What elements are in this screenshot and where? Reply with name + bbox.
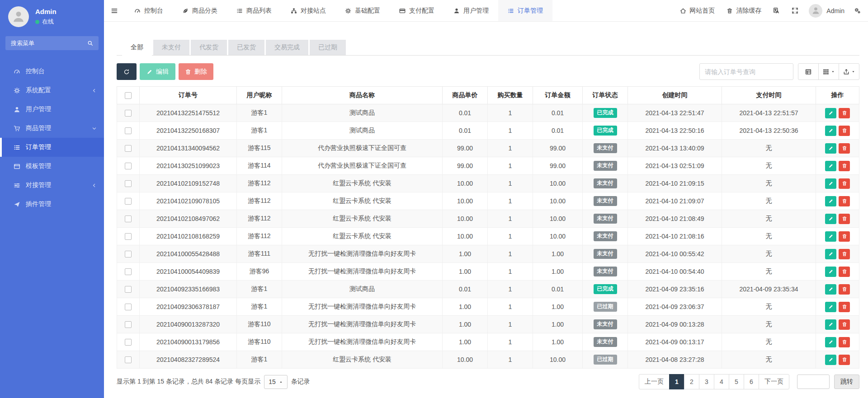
search-icon — [87, 40, 93, 46]
row-delete-button[interactable] — [839, 302, 850, 312]
row-checkbox[interactable] — [125, 304, 132, 310]
sidebar-item-商品管理[interactable]: 商品管理 — [0, 119, 104, 138]
sidebar-toggle-button[interactable] — [104, 0, 125, 21]
row-checkbox[interactable] — [125, 198, 132, 205]
sidebar-item-对接管理[interactable]: 对接管理 — [0, 176, 104, 195]
page-prev[interactable]: 上一页 — [639, 374, 670, 389]
row-checkbox[interactable] — [125, 180, 132, 187]
row-delete-button[interactable] — [839, 355, 850, 365]
row-checkbox[interactable] — [125, 356, 132, 363]
row-checkbox[interactable] — [125, 163, 132, 169]
row-edit-button[interactable] — [825, 337, 836, 347]
tab-已发货[interactable]: 已发货 — [228, 40, 264, 55]
tab-交易完成[interactable]: 交易完成 — [266, 40, 308, 55]
settings-button[interactable] — [848, 7, 867, 14]
row-edit-button[interactable] — [825, 319, 836, 330]
site-home-link[interactable]: 网站首页 — [674, 0, 721, 21]
sidebar-search-input[interactable]: 搜索菜单 — [5, 36, 99, 50]
sidebar-item-插件管理[interactable]: 插件管理 — [0, 195, 104, 214]
fullscreen-button[interactable] — [786, 7, 804, 14]
top-nav-item-用户管理[interactable]: 用户管理 — [444, 0, 498, 21]
page-1[interactable]: 1 — [669, 374, 684, 389]
row-delete-button[interactable] — [839, 319, 850, 330]
sidebar-item-订单管理[interactable]: 订单管理 — [0, 138, 104, 157]
row-checkbox[interactable] — [125, 110, 132, 117]
row-delete-button[interactable] — [839, 143, 850, 154]
row-delete-button[interactable] — [839, 284, 850, 295]
sidebar-item-模板管理[interactable]: 模板管理 — [0, 157, 104, 176]
page-size-select[interactable]: 15 — [264, 375, 288, 389]
top-nav-item-对接站点[interactable]: 对接站点 — [281, 0, 335, 21]
tab-已过期[interactable]: 已过期 — [310, 40, 346, 55]
page-5[interactable]: 5 — [729, 374, 744, 389]
refresh-button[interactable] — [117, 63, 137, 80]
export-button[interactable] — [839, 63, 859, 80]
page-next[interactable]: 下一页 — [759, 374, 789, 389]
sidebar-item-label: 模板管理 — [26, 162, 51, 170]
row-delete-button[interactable] — [839, 178, 850, 189]
topnav-avatar[interactable] — [809, 4, 822, 18]
row-edit-button[interactable] — [825, 196, 836, 206]
detail-view-button[interactable] — [798, 63, 819, 80]
top-nav-item-支付配置[interactable]: 支付配置 — [390, 0, 444, 21]
page-2[interactable]: 2 — [684, 374, 699, 389]
columns-button[interactable] — [818, 63, 839, 80]
top-nav-item-控制台[interactable]: 控制台 — [125, 0, 173, 21]
row-checkbox[interactable] — [125, 127, 132, 134]
delete-button[interactable]: 删除 — [179, 63, 213, 80]
order-search-input[interactable] — [699, 63, 793, 80]
row-edit-button[interactable] — [825, 161, 836, 171]
cell-unit-price: 1.00 — [443, 316, 488, 333]
row-edit-button[interactable] — [825, 231, 836, 242]
top-nav-item-订单管理[interactable]: 订单管理 — [498, 0, 552, 21]
row-edit-button[interactable] — [825, 108, 836, 118]
row-delete-button[interactable] — [839, 161, 850, 171]
row-edit-button[interactable] — [825, 126, 836, 136]
clear-cache-link[interactable]: 清除缓存 — [721, 0, 767, 21]
row-checkbox[interactable] — [125, 268, 132, 275]
row-edit-button[interactable] — [825, 249, 836, 259]
row-edit-button[interactable] — [825, 178, 836, 189]
edit-button[interactable]: 编辑 — [140, 63, 175, 80]
top-nav-item-商品列表[interactable]: 商品列表 — [227, 0, 281, 21]
row-delete-button[interactable] — [839, 337, 850, 347]
sidebar-item-系统配置[interactable]: 系统配置 — [0, 81, 104, 100]
language-button[interactable] — [767, 7, 786, 14]
row-checkbox[interactable] — [125, 286, 132, 293]
select-all-checkbox[interactable] — [125, 92, 132, 99]
page-4[interactable]: 4 — [714, 374, 729, 389]
row-edit-button[interactable] — [825, 284, 836, 295]
row-delete-button[interactable] — [839, 214, 850, 224]
row-edit-button[interactable] — [825, 302, 836, 312]
row-checkbox[interactable] — [125, 251, 132, 258]
row-delete-button[interactable] — [839, 196, 850, 206]
row-checkbox[interactable] — [125, 339, 132, 346]
tab-未支付[interactable]: 未支付 — [153, 40, 189, 55]
row-delete-button[interactable] — [839, 267, 850, 277]
row-checkbox[interactable] — [125, 215, 132, 222]
jump-button[interactable]: 跳转 — [834, 375, 859, 389]
top-nav-item-商品分类[interactable]: 商品分类 — [173, 0, 227, 21]
tab-代发货[interactable]: 代发货 — [191, 40, 227, 55]
jump-page-input[interactable] — [797, 375, 830, 389]
row-edit-button[interactable] — [825, 355, 836, 365]
topnav-username[interactable]: Admin — [826, 7, 844, 14]
sidebar-item-控制台[interactable]: 控制台 — [0, 62, 104, 81]
top-nav-item-基础配置[interactable]: 基础配置 — [335, 0, 390, 21]
row-delete-button[interactable] — [839, 231, 850, 242]
user-avatar[interactable] — [8, 6, 29, 27]
tab-全部[interactable]: 全部 — [122, 40, 152, 56]
sidebar-item-用户管理[interactable]: 用户管理 — [0, 100, 104, 119]
row-edit-button[interactable] — [825, 267, 836, 277]
row-edit-button[interactable] — [825, 143, 836, 154]
row-checkbox[interactable] — [125, 145, 132, 152]
row-delete-button[interactable] — [839, 249, 850, 259]
trash-icon — [842, 251, 847, 257]
row-delete-button[interactable] — [839, 126, 850, 136]
row-delete-button[interactable] — [839, 108, 850, 118]
page-6[interactable]: 6 — [744, 374, 759, 389]
page-3[interactable]: 3 — [699, 374, 714, 389]
row-edit-button[interactable] — [825, 214, 836, 224]
row-checkbox[interactable] — [125, 321, 132, 328]
row-checkbox[interactable] — [125, 233, 132, 240]
